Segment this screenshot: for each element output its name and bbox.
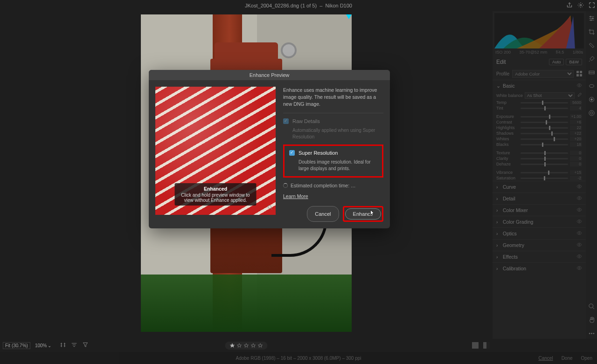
slider-contrast[interactable]: Contrast +6 xyxy=(493,119,586,125)
slider-texture[interactable]: Texture 0 xyxy=(493,150,586,156)
panel-optics[interactable]: ›Optics xyxy=(493,228,586,239)
fullscreen-icon[interactable] xyxy=(589,2,595,9)
slider-dehaze[interactable]: Dehaze 0 xyxy=(493,161,586,167)
slider-highlights[interactable]: Highlights 22 xyxy=(493,125,586,130)
svg-rect-2 xyxy=(576,71,579,73)
slider-blacks[interactable]: Blacks 18 xyxy=(493,142,586,147)
star-icon[interactable] xyxy=(237,343,242,348)
slider-exposure[interactable]: Exposure +1.00 xyxy=(493,114,586,119)
visibility-icon[interactable] xyxy=(576,242,582,248)
radial-icon[interactable] xyxy=(588,82,595,91)
super-resolution-option[interactable]: Super Resolution xyxy=(289,150,377,157)
tool-strip xyxy=(586,11,597,339)
slider-temp[interactable]: Temp 5600 xyxy=(493,100,586,105)
white-balance-label: White balance xyxy=(496,93,523,98)
redeye-icon[interactable] xyxy=(588,96,595,105)
visibility-icon[interactable] xyxy=(576,82,582,89)
basic-panel-header[interactable]: ⌄ Basic xyxy=(493,80,586,91)
gradient-icon[interactable] xyxy=(588,69,595,78)
visibility-icon[interactable] xyxy=(576,265,582,272)
progress-dots-icon: ●○○ xyxy=(158,207,167,212)
slider-vibrance[interactable]: Vibrance +15 xyxy=(493,170,586,175)
compare-icon[interactable] xyxy=(60,342,66,349)
before-after-icon[interactable] xyxy=(483,342,490,349)
enhance-preview-image[interactable]: Enhanced Click and hold preview window t… xyxy=(155,87,276,215)
panel-effects[interactable]: ›Effects xyxy=(493,251,586,262)
profile-grid-icon[interactable] xyxy=(576,71,582,77)
star-icon[interactable] xyxy=(251,343,256,348)
svg-rect-5 xyxy=(580,74,582,76)
histogram[interactable] xyxy=(494,13,584,48)
presets-icon[interactable] xyxy=(588,110,595,118)
heal-icon[interactable] xyxy=(588,42,595,51)
svg-point-22 xyxy=(590,112,593,114)
visibility-icon[interactable] xyxy=(576,195,582,202)
chevron-right-icon: › xyxy=(496,242,500,248)
dialog-title: Enhance Preview xyxy=(149,70,390,80)
panel-color mixer[interactable]: ›Color Mixer xyxy=(493,205,586,216)
footer-done-button[interactable]: Done xyxy=(562,356,573,361)
slider-saturation[interactable]: Saturation -2 xyxy=(493,175,586,181)
enhance-description: Enhance uses machine learning to improve… xyxy=(283,87,383,108)
svg-point-6 xyxy=(579,85,580,86)
adjust-icon[interactable] xyxy=(588,15,595,24)
cancel-button[interactable]: Cancel xyxy=(307,206,339,222)
more-icon[interactable] xyxy=(588,330,595,339)
chevron-right-icon: › xyxy=(496,266,500,271)
panel-detail[interactable]: ›Detail xyxy=(493,193,586,204)
hand-tool-icon[interactable] xyxy=(588,316,595,325)
enhance-button-highlight: Enhance xyxy=(343,206,383,222)
panel-geometry[interactable]: ›Geometry xyxy=(493,240,586,251)
visibility-icon[interactable] xyxy=(576,219,582,225)
slider-tint[interactable]: Tint 4 xyxy=(493,105,586,111)
star-icon[interactable] xyxy=(230,343,235,348)
footer-cancel-link[interactable]: Cancel xyxy=(538,356,553,361)
svg-point-10 xyxy=(579,221,580,222)
file-title: JKost_2004_02286.dng (1 of 5) – Nikon D1… xyxy=(245,3,352,8)
svg-point-19 xyxy=(589,84,594,87)
zoom-select[interactable]: 100% ⌄ xyxy=(35,343,52,348)
visibility-icon[interactable] xyxy=(576,254,582,260)
svg-point-21 xyxy=(590,99,592,101)
filter-icon[interactable] xyxy=(82,342,89,349)
fit-zoom-readout[interactable]: Fit (30.7%) xyxy=(3,342,30,349)
settings-gear-icon[interactable] xyxy=(577,2,584,9)
eyedropper-icon[interactable] xyxy=(576,92,582,99)
zoom-icon[interactable] xyxy=(267,204,273,212)
auto-button[interactable]: Auto xyxy=(549,59,564,65)
panel-calibration[interactable]: ›Calibration xyxy=(493,263,586,274)
svg-rect-3 xyxy=(580,71,582,73)
white-balance-select[interactable]: As Shot xyxy=(525,92,575,99)
chevron-right-icon: › xyxy=(496,231,500,236)
learn-more-link[interactable]: Learn More xyxy=(283,193,308,199)
rating-stars[interactable] xyxy=(225,342,268,350)
share-icon[interactable] xyxy=(566,2,573,9)
profile-select[interactable]: Adobe Color xyxy=(512,70,574,78)
zoom-tool-icon[interactable] xyxy=(588,303,595,312)
panel-curve[interactable]: ›Curve xyxy=(493,181,586,192)
chevron-right-icon: › xyxy=(496,207,500,213)
visibility-icon[interactable] xyxy=(576,207,582,213)
slider-whites[interactable]: Whites +20 xyxy=(493,136,586,142)
star-icon[interactable] xyxy=(258,343,263,348)
bw-button[interactable]: B&W xyxy=(566,59,582,65)
slider-clarity[interactable]: Clarity 0 xyxy=(493,156,586,161)
visibility-icon[interactable] xyxy=(576,184,582,190)
enhance-button[interactable]: Enhance xyxy=(345,208,381,220)
svg-point-7 xyxy=(579,186,580,187)
single-view-icon[interactable] xyxy=(472,342,479,349)
star-icon[interactable] xyxy=(244,343,249,348)
crop-icon[interactable] xyxy=(588,28,595,37)
footer-open-button[interactable]: Open xyxy=(581,356,592,361)
preview-tooltip: Enhanced Click and hold preview window t… xyxy=(175,183,257,206)
svg-point-9 xyxy=(579,209,580,211)
super-resolution-checkbox[interactable] xyxy=(289,150,295,156)
slider-shadows[interactable]: Shadows +22 xyxy=(493,130,586,136)
clipping-indicator-icon xyxy=(346,14,352,19)
bottom-bar: Fit (30.7%) 100% ⌄ xyxy=(0,339,493,352)
panel-color grading[interactable]: ›Color Grading xyxy=(493,216,586,227)
visibility-icon[interactable] xyxy=(576,230,582,237)
sort-icon[interactable] xyxy=(71,342,77,349)
brush-icon[interactable] xyxy=(588,55,595,64)
svg-point-12 xyxy=(579,244,580,246)
